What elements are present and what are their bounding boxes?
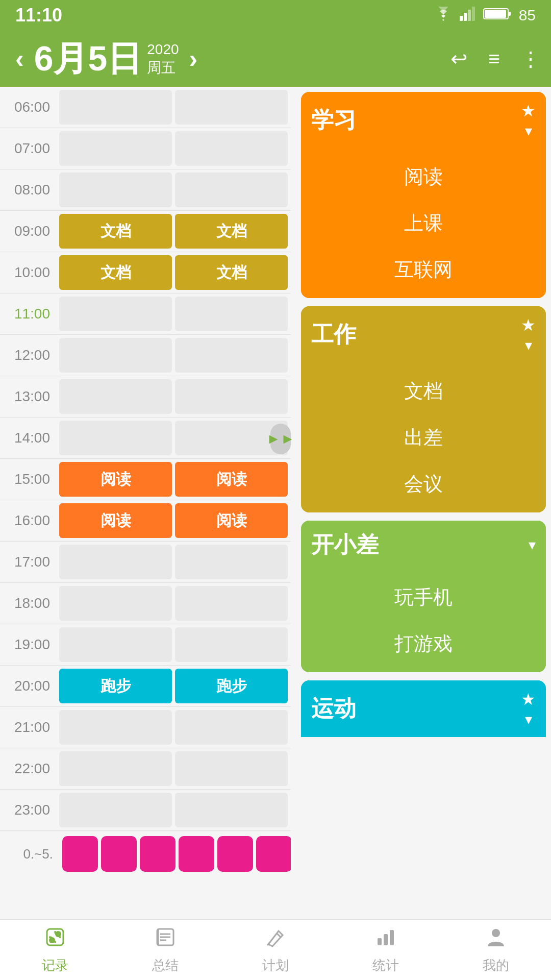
category-item[interactable]: 阅读: [301, 154, 546, 200]
time-row: 13:00: [0, 376, 291, 418]
chevron-down-icon[interactable]: ▾: [525, 337, 532, 354]
time-label: 11:00: [0, 293, 56, 334]
date-sub: 2020 周五: [147, 40, 179, 78]
current-date: 6月5日: [34, 36, 142, 82]
tab-record[interactable]: 记录: [42, 926, 68, 974]
dot-cell[interactable]: [101, 836, 137, 872]
time-label: 16:00: [0, 500, 56, 541]
time-cell[interactable]: [175, 173, 288, 207]
time-cell[interactable]: [175, 586, 288, 621]
time-cell[interactable]: [175, 90, 288, 125]
svg-rect-1: [464, 13, 467, 21]
time-cell[interactable]: [59, 379, 172, 414]
time-cell[interactable]: [175, 751, 288, 786]
time-cell[interactable]: [59, 131, 172, 166]
time-cell[interactable]: [59, 627, 172, 662]
category-card-work: 工作★▾文档出差会议: [301, 306, 546, 512]
dot-cell[interactable]: [217, 836, 253, 872]
time-columns: 阅读阅读: [56, 500, 291, 541]
chevron-down-icon[interactable]: ▾: [525, 122, 532, 139]
svg-point-7: [49, 937, 55, 943]
time-cell[interactable]: 文档: [59, 255, 172, 290]
time-cell[interactable]: 跑步: [59, 669, 172, 703]
category-card-study: 学习★▾阅读上课互联网: [301, 92, 546, 298]
next-date-button[interactable]: ›: [184, 44, 203, 74]
star-icon[interactable]: ★: [521, 101, 536, 120]
time-row: 14:00: [0, 418, 291, 459]
menu-button[interactable]: ≡: [488, 47, 500, 70]
time-cell[interactable]: 文档: [59, 214, 172, 249]
tab-stats[interactable]: 统计: [372, 926, 399, 974]
battery-icon: [483, 7, 512, 24]
time-cell[interactable]: [175, 793, 288, 827]
dot-cell[interactable]: [179, 836, 214, 872]
time-cell[interactable]: [59, 751, 172, 786]
scroll-indicator[interactable]: ►►: [270, 424, 291, 454]
category-item[interactable]: 文档: [301, 368, 546, 414]
time-cell[interactable]: [175, 545, 288, 579]
time-cell[interactable]: 阅读: [175, 503, 288, 538]
time-cell[interactable]: 阅读: [59, 462, 172, 497]
category-header-work[interactable]: 工作★▾: [301, 306, 546, 363]
category-item[interactable]: 互联网: [301, 247, 546, 293]
category-item[interactable]: 上课: [301, 200, 546, 247]
time-cell[interactable]: [59, 421, 172, 455]
category-header-slack[interactable]: 开小差▾: [301, 521, 546, 569]
time-cell[interactable]: [175, 338, 288, 373]
time-cell[interactable]: [59, 793, 172, 827]
chevron-down-icon[interactable]: ▾: [529, 536, 536, 553]
time-cell[interactable]: [175, 710, 288, 745]
time-cell[interactable]: 跑步: [175, 669, 288, 703]
time-cell[interactable]: 文档: [175, 255, 288, 290]
time-cell[interactable]: [59, 173, 172, 207]
time-row: 19:00: [0, 624, 291, 666]
time-columns: [56, 87, 291, 128]
tab-plan[interactable]: 计划: [262, 926, 289, 974]
time-cell[interactable]: 文档: [175, 214, 288, 249]
summary-tab-icon: [154, 926, 177, 953]
svg-rect-17: [378, 938, 382, 945]
category-item[interactable]: 打游戏: [301, 621, 546, 667]
tab-summary[interactable]: 总结: [152, 926, 179, 974]
dot-cell[interactable]: [62, 836, 98, 872]
time-cell[interactable]: 阅读: [59, 503, 172, 538]
time-cell[interactable]: [59, 710, 172, 745]
tab-mine[interactable]: 我的: [483, 926, 509, 974]
time-cell[interactable]: [59, 297, 172, 331]
star-icon[interactable]: ★: [521, 315, 536, 335]
time-label: 21:00: [0, 707, 56, 748]
category-header-study[interactable]: 学习★▾: [301, 92, 546, 149]
time-cell[interactable]: [175, 297, 288, 331]
prev-date-button[interactable]: ‹: [10, 44, 29, 74]
time-label: 17:00: [0, 542, 56, 582]
category-header-sport[interactable]: 运动★▾: [301, 680, 546, 737]
svg-rect-6: [485, 10, 506, 18]
star-icon[interactable]: ★: [521, 690, 536, 709]
undo-button[interactable]: ↩: [450, 47, 468, 70]
svg-rect-18: [384, 934, 388, 945]
chevron-down-icon[interactable]: ▾: [525, 711, 532, 728]
category-item[interactable]: 会议: [301, 461, 546, 507]
time-cell[interactable]: [59, 338, 172, 373]
time-label: 09:00: [0, 211, 56, 252]
time-label: 12:00: [0, 335, 56, 376]
dot-cell[interactable]: [256, 836, 291, 872]
time-cell[interactable]: [59, 586, 172, 621]
time-columns: [56, 169, 291, 210]
time-cell[interactable]: [59, 90, 172, 125]
wifi-icon: [434, 7, 453, 24]
category-item[interactable]: 玩手机: [301, 574, 546, 621]
dot-cell[interactable]: [140, 836, 176, 872]
time-row: 15:00阅读阅读: [0, 459, 291, 500]
time-cell[interactable]: [59, 545, 172, 579]
time-label: 23:00: [0, 790, 56, 830]
time-cell[interactable]: 阅读: [175, 462, 288, 497]
time-label: 18:00: [0, 583, 56, 624]
time-cell[interactable]: [175, 131, 288, 166]
time-cell[interactable]: [175, 627, 288, 662]
dots-container: [62, 836, 291, 872]
time-cell[interactable]: [175, 379, 288, 414]
more-button[interactable]: ⋮: [520, 47, 541, 70]
date-year: 2020: [147, 40, 179, 59]
category-item[interactable]: 出差: [301, 414, 546, 461]
